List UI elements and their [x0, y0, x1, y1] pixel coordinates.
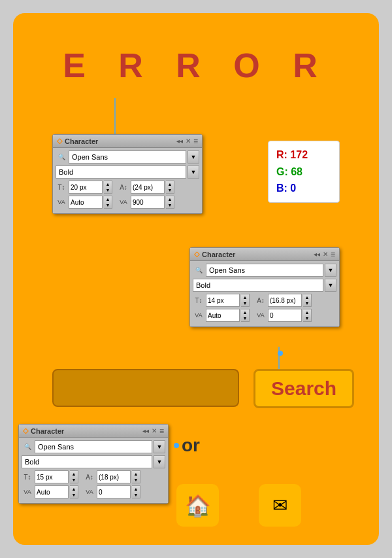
search-input-box[interactable] — [52, 369, 239, 407]
panel-1-size-row: T↕ 20 px ▲▼ A↕ (24 px) ▲▼ — [56, 181, 199, 194]
panel-3-size-spin[interactable]: ▲▼ — [70, 470, 78, 483]
error-title: E R R O R — [13, 46, 379, 85]
tracking-icon-3: VA — [84, 486, 95, 498]
tracking-icon-1: VA — [118, 196, 129, 208]
home-button[interactable]: 🏠 — [176, 484, 219, 527]
kerning-icon-3: VA — [22, 486, 33, 498]
panel-3-title-area: ◇ Character — [23, 427, 64, 435]
panel-2-title-area: ◇ Character — [194, 250, 235, 258]
panel-2-scroll-left[interactable]: ◂◂ — [314, 251, 320, 258]
color-box: R: 172 G: 68 B: 0 — [268, 141, 340, 203]
panel-3-leading-spin[interactable]: ▲▼ — [132, 470, 140, 483]
panel-1-style-row: Bold ▼ — [56, 166, 199, 179]
panel-2-style-input[interactable]: Bold — [193, 279, 323, 292]
panel-3-close[interactable]: ✕ — [152, 427, 157, 434]
panel-1-title-area: ◇ Character — [57, 137, 98, 145]
panel-3-font-input[interactable]: Open Sans — [35, 440, 152, 453]
panel-2-style-dropdown[interactable]: ▼ — [325, 279, 336, 292]
panel-3-size-row: T↕ 15 px ▲▼ A↕ (18 px) ▲▼ — [22, 470, 165, 483]
panel-3-scroll-left[interactable]: ◂◂ — [142, 427, 149, 434]
panel-1-tracking-spin[interactable]: ▲▼ — [166, 196, 174, 209]
panel-3-leading-input[interactable]: (18 px) — [97, 470, 131, 483]
panel-2-leading-input[interactable]: (16.8 px) — [268, 294, 302, 307]
panel-2-font-dropdown[interactable]: ▼ — [325, 264, 336, 277]
panel-2-close[interactable]: ✕ — [323, 251, 328, 258]
panel-3-kerning-spin[interactable]: ▲▼ — [70, 485, 78, 498]
search-icon-2: 🔍 — [193, 264, 204, 276]
panel-2-tracking-input[interactable]: 0 — [268, 309, 302, 322]
color-g-value: G: 68 — [276, 164, 331, 181]
panel-3-controls: ◂◂ ✕ ≡ — [142, 427, 164, 436]
panel-1-scroll-left[interactable]: ◂◂ — [176, 137, 183, 145]
panel-1-leading-input[interactable]: (24 px) — [131, 181, 165, 194]
connector-dot-or — [174, 443, 179, 448]
panel-1-size-spin[interactable]: ▲▼ — [104, 181, 112, 194]
panel-2-size-spin[interactable]: ▲▼ — [241, 294, 250, 307]
panel-2-size-row: T↕ 14 px ▲▼ A↕ (16.8 px) ▲▼ — [193, 294, 336, 307]
panel-1-kern-row: VA Auto ▲▼ VA 900 ▲▼ — [56, 196, 199, 209]
panel-3-tracking-spin[interactable]: ▲▼ — [132, 485, 140, 498]
panel-3-kern-row: VA Auto ▲▼ VA 0 ▲▼ — [22, 485, 165, 498]
leading-icon-2: A↕ — [255, 294, 267, 306]
panel-2-size-input[interactable]: 14 px — [206, 294, 240, 307]
size-icon-2: T↕ — [193, 294, 204, 306]
panel-2-leading-spin[interactable]: ▲▼ — [303, 294, 312, 307]
main-card: E R R O R ◇ Character ◂◂ ✕ ≡ — [13, 13, 379, 545]
color-r-value: R: 172 — [276, 147, 331, 164]
panel-3-size-input[interactable]: 15 px — [35, 470, 69, 483]
size-icon-3: T↕ — [22, 471, 33, 483]
panel-3-style-row: Bold ▼ — [22, 455, 165, 468]
panel-1-style-dropdown[interactable]: ▼ — [188, 166, 199, 179]
panel-1-style-input[interactable]: Bold — [56, 166, 186, 179]
panel-3-body: 🔍 Open Sans ▼ Bold ▼ T↕ 15 px ▲▼ A↕ (18 … — [19, 438, 168, 503]
size-icon-1: T↕ — [56, 181, 67, 193]
panel-3-font-dropdown[interactable]: ▼ — [154, 440, 165, 453]
email-button[interactable]: ✉ — [259, 484, 301, 527]
panel-2-body: 🔍 Open Sans ▼ Bold ▼ T↕ 14 px ▲▼ A↕ (16.… — [190, 261, 339, 326]
panel-2-tracking-spin[interactable]: ▲▼ — [303, 309, 312, 322]
or-text: or — [182, 435, 200, 456]
panel-1-body: 🔍 Open Sans ▼ Bold ▼ T↕ 20 px ▲▼ A↕ (24 … — [53, 148, 202, 213]
panel-3-header: ◇ Character ◂◂ ✕ ≡ — [19, 425, 168, 438]
panel-1-controls: ◂◂ ✕ ≡ — [176, 137, 198, 146]
panel-1-close[interactable]: ✕ — [186, 137, 191, 145]
panel-2-controls: ◂◂ ✕ ≡ — [314, 250, 335, 259]
panel-1-kerning-input[interactable]: Auto — [69, 196, 103, 209]
panel-2-menu[interactable]: ≡ — [331, 250, 335, 259]
panel-1-tracking-input[interactable]: 900 — [131, 196, 165, 209]
character-panel-2: ◇ Character ◂◂ ✕ ≡ 🔍 Open Sans ▼ Bold ▼ — [189, 247, 340, 327]
panel-3-kerning-input[interactable]: Auto — [35, 485, 69, 498]
panel-3-tracking-input[interactable]: 0 — [97, 485, 131, 498]
panel-3-style-input[interactable]: Bold — [22, 455, 152, 468]
panel-2-font-row: 🔍 Open Sans ▼ — [193, 264, 336, 277]
panel-2-kerning-spin[interactable]: ▲▼ — [241, 309, 250, 322]
home-icon: 🏠 — [185, 493, 211, 518]
panel-1-leading-spin[interactable]: ▲▼ — [166, 181, 174, 194]
panel-1-kerning-spin[interactable]: ▲▼ — [104, 196, 112, 209]
search-button[interactable]: Search — [253, 369, 354, 408]
character-panel-1: ◇ Character ◂◂ ✕ ≡ 🔍 Open Sans ▼ — [52, 134, 203, 214]
panel-1-font-row: 🔍 Open Sans ▼ — [56, 150, 199, 164]
color-b-value: B: 0 — [276, 180, 331, 197]
panel-3-font-row: 🔍 Open Sans ▼ — [22, 440, 165, 453]
panel-2-title: Character — [202, 251, 235, 258]
panel-1-menu[interactable]: ≡ — [193, 137, 198, 146]
panel-1-font-input[interactable]: Open Sans — [69, 150, 186, 164]
search-icon-3: 🔍 — [22, 441, 33, 453]
connector-dot-2 — [278, 351, 283, 356]
panel-2-header: ◇ Character ◂◂ ✕ ≡ — [190, 248, 339, 261]
panel-3-style-dropdown[interactable]: ▼ — [154, 455, 165, 468]
character-panel-3: ◇ Character ◂◂ ✕ ≡ 🔍 Open Sans ▼ Bold ▼ — [18, 424, 169, 504]
panel-1-title: Character — [65, 137, 98, 145]
panel-1-font-dropdown[interactable]: ▼ — [188, 150, 199, 164]
email-icon: ✉ — [272, 495, 287, 516]
tracking-icon-2: VA — [255, 309, 267, 321]
panel-2-style-row: Bold ▼ — [193, 279, 336, 292]
panel-3-menu[interactable]: ≡ — [159, 427, 164, 436]
panel-2-font-input[interactable]: Open Sans — [206, 264, 323, 277]
panel-1-size-input[interactable]: 20 px — [69, 181, 103, 194]
panel-3-title: Character — [31, 427, 64, 435]
panel-2-kerning-input[interactable]: Auto — [206, 309, 240, 322]
kerning-icon-2: VA — [193, 309, 204, 321]
leading-icon-3: A↕ — [84, 471, 95, 483]
